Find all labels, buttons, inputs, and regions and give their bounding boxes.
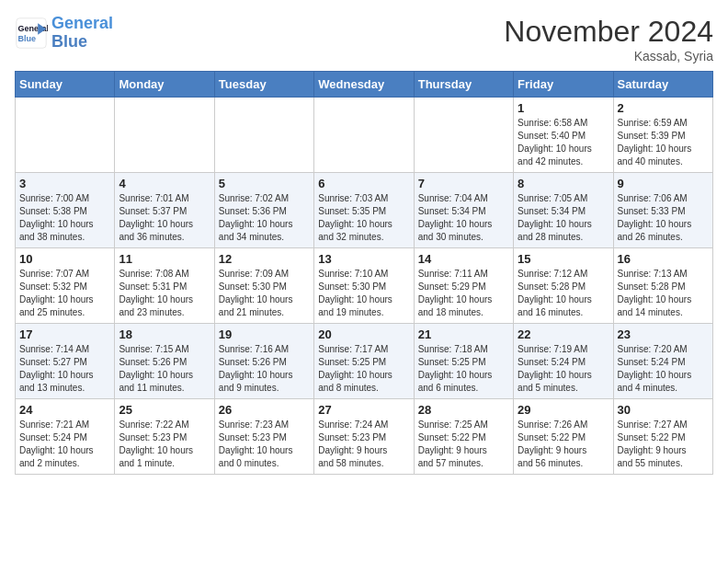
day-number: 18 bbox=[119, 327, 210, 341]
weekday-header-monday: Monday bbox=[115, 72, 214, 98]
day-info: Sunrise: 7:01 AM Sunset: 5:37 PM Dayligh… bbox=[119, 192, 210, 244]
weekday-header-saturday: Saturday bbox=[613, 72, 712, 98]
weekday-header-thursday: Thursday bbox=[414, 72, 513, 98]
day-number: 16 bbox=[618, 252, 709, 266]
day-info: Sunrise: 7:00 AM Sunset: 5:38 PM Dayligh… bbox=[19, 192, 110, 244]
day-number: 20 bbox=[318, 327, 409, 341]
day-cell: 4Sunrise: 7:01 AM Sunset: 5:37 PM Daylig… bbox=[115, 173, 214, 248]
day-number: 27 bbox=[318, 403, 409, 417]
day-info: Sunrise: 6:59 AM Sunset: 5:39 PM Dayligh… bbox=[618, 117, 709, 168]
day-info: Sunrise: 7:27 AM Sunset: 5:22 PM Dayligh… bbox=[618, 419, 709, 470]
day-info: Sunrise: 7:03 AM Sunset: 5:35 PM Dayligh… bbox=[318, 192, 409, 244]
day-info: Sunrise: 7:06 AM Sunset: 5:33 PM Dayligh… bbox=[618, 192, 709, 244]
day-number: 17 bbox=[19, 327, 110, 341]
day-number: 14 bbox=[418, 252, 509, 266]
day-info: Sunrise: 7:20 AM Sunset: 5:24 PM Dayligh… bbox=[618, 343, 709, 395]
day-cell: 22Sunrise: 7:19 AM Sunset: 5:24 PM Dayli… bbox=[514, 324, 613, 399]
day-number: 10 bbox=[19, 252, 110, 266]
day-number: 21 bbox=[418, 327, 509, 341]
day-info: Sunrise: 7:25 AM Sunset: 5:22 PM Dayligh… bbox=[418, 419, 509, 470]
day-cell bbox=[414, 98, 513, 173]
day-number: 8 bbox=[518, 177, 609, 190]
day-info: Sunrise: 7:05 AM Sunset: 5:34 PM Dayligh… bbox=[518, 192, 609, 244]
day-info: Sunrise: 7:19 AM Sunset: 5:24 PM Dayligh… bbox=[518, 343, 609, 395]
day-cell: 9Sunrise: 7:06 AM Sunset: 5:33 PM Daylig… bbox=[613, 173, 712, 248]
day-info: Sunrise: 7:07 AM Sunset: 5:32 PM Dayligh… bbox=[19, 268, 110, 319]
svg-text:Blue: Blue bbox=[18, 34, 37, 43]
day-cell: 3Sunrise: 7:00 AM Sunset: 5:38 PM Daylig… bbox=[16, 173, 115, 248]
day-info: Sunrise: 7:11 AM Sunset: 5:29 PM Dayligh… bbox=[418, 268, 509, 319]
day-cell bbox=[16, 98, 115, 173]
day-info: Sunrise: 7:02 AM Sunset: 5:36 PM Dayligh… bbox=[219, 192, 310, 244]
day-cell: 29Sunrise: 7:26 AM Sunset: 5:22 PM Dayli… bbox=[514, 399, 613, 475]
day-cell: 10Sunrise: 7:07 AM Sunset: 5:32 PM Dayli… bbox=[16, 248, 115, 324]
day-cell: 26Sunrise: 7:23 AM Sunset: 5:23 PM Dayli… bbox=[214, 399, 313, 475]
day-cell: 13Sunrise: 7:10 AM Sunset: 5:30 PM Dayli… bbox=[314, 248, 414, 324]
day-info: Sunrise: 7:17 AM Sunset: 5:25 PM Dayligh… bbox=[318, 343, 409, 395]
day-cell: 12Sunrise: 7:09 AM Sunset: 5:30 PM Dayli… bbox=[214, 248, 313, 324]
day-cell: 24Sunrise: 7:21 AM Sunset: 5:24 PM Dayli… bbox=[16, 399, 115, 475]
week-row-1: 1Sunrise: 6:58 AM Sunset: 5:40 PM Daylig… bbox=[16, 98, 713, 173]
weekday-header-row: SundayMondayTuesdayWednesdayThursdayFrid… bbox=[16, 72, 713, 98]
day-number: 25 bbox=[119, 403, 210, 417]
day-cell: 27Sunrise: 7:24 AM Sunset: 5:23 PM Dayli… bbox=[314, 399, 414, 475]
day-number: 29 bbox=[518, 403, 609, 417]
weekday-header-tuesday: Tuesday bbox=[214, 72, 313, 98]
day-info: Sunrise: 7:10 AM Sunset: 5:30 PM Dayligh… bbox=[318, 268, 409, 319]
day-number: 23 bbox=[618, 327, 709, 341]
day-number: 9 bbox=[618, 177, 709, 190]
day-cell: 23Sunrise: 7:20 AM Sunset: 5:24 PM Dayli… bbox=[613, 324, 712, 399]
day-info: Sunrise: 7:24 AM Sunset: 5:23 PM Dayligh… bbox=[318, 419, 409, 470]
day-cell bbox=[314, 98, 414, 173]
day-cell: 14Sunrise: 7:11 AM Sunset: 5:29 PM Dayli… bbox=[414, 248, 513, 324]
day-number: 28 bbox=[418, 403, 509, 417]
day-number: 26 bbox=[219, 403, 310, 417]
logo-icon: General Blue bbox=[15, 17, 48, 50]
day-number: 19 bbox=[219, 327, 310, 341]
day-info: Sunrise: 7:23 AM Sunset: 5:23 PM Dayligh… bbox=[219, 419, 310, 470]
page-header: General Blue GeneralBlue November 2024 K… bbox=[15, 15, 713, 63]
week-row-3: 10Sunrise: 7:07 AM Sunset: 5:32 PM Dayli… bbox=[16, 248, 713, 324]
location: Kassab, Syria bbox=[504, 49, 713, 63]
day-number: 1 bbox=[518, 101, 609, 115]
day-cell: 25Sunrise: 7:22 AM Sunset: 5:23 PM Dayli… bbox=[115, 399, 214, 475]
title-block: November 2024 Kassab, Syria bbox=[504, 15, 713, 63]
day-info: Sunrise: 7:26 AM Sunset: 5:22 PM Dayligh… bbox=[518, 419, 609, 470]
day-cell: 21Sunrise: 7:18 AM Sunset: 5:25 PM Dayli… bbox=[414, 324, 513, 399]
day-cell: 30Sunrise: 7:27 AM Sunset: 5:22 PM Dayli… bbox=[613, 399, 712, 475]
day-cell bbox=[115, 98, 214, 173]
day-info: Sunrise: 7:16 AM Sunset: 5:26 PM Dayligh… bbox=[219, 343, 310, 395]
day-number: 24 bbox=[19, 403, 110, 417]
day-info: Sunrise: 7:14 AM Sunset: 5:27 PM Dayligh… bbox=[19, 343, 110, 395]
weekday-header-friday: Friday bbox=[514, 72, 613, 98]
logo: General Blue GeneralBlue bbox=[15, 15, 113, 52]
week-row-4: 17Sunrise: 7:14 AM Sunset: 5:27 PM Dayli… bbox=[16, 324, 713, 399]
day-cell: 16Sunrise: 7:13 AM Sunset: 5:28 PM Dayli… bbox=[613, 248, 712, 324]
day-cell: 7Sunrise: 7:04 AM Sunset: 5:34 PM Daylig… bbox=[414, 173, 513, 248]
day-info: Sunrise: 7:04 AM Sunset: 5:34 PM Dayligh… bbox=[418, 192, 509, 244]
day-info: Sunrise: 7:21 AM Sunset: 5:24 PM Dayligh… bbox=[19, 419, 110, 470]
day-cell: 15Sunrise: 7:12 AM Sunset: 5:28 PM Dayli… bbox=[514, 248, 613, 324]
day-cell: 6Sunrise: 7:03 AM Sunset: 5:35 PM Daylig… bbox=[314, 173, 414, 248]
day-cell: 17Sunrise: 7:14 AM Sunset: 5:27 PM Dayli… bbox=[16, 324, 115, 399]
day-number: 2 bbox=[618, 101, 709, 115]
day-info: Sunrise: 7:09 AM Sunset: 5:30 PM Dayligh… bbox=[219, 268, 310, 319]
calendar-table: SundayMondayTuesdayWednesdayThursdayFrid… bbox=[15, 71, 713, 475]
week-row-2: 3Sunrise: 7:00 AM Sunset: 5:38 PM Daylig… bbox=[16, 173, 713, 248]
day-info: Sunrise: 7:08 AM Sunset: 5:31 PM Dayligh… bbox=[119, 268, 210, 319]
day-number: 11 bbox=[119, 252, 210, 266]
day-info: Sunrise: 7:22 AM Sunset: 5:23 PM Dayligh… bbox=[119, 419, 210, 470]
day-cell: 11Sunrise: 7:08 AM Sunset: 5:31 PM Dayli… bbox=[115, 248, 214, 324]
month-title: November 2024 bbox=[504, 15, 713, 49]
day-number: 7 bbox=[418, 177, 509, 190]
day-number: 3 bbox=[19, 177, 110, 190]
day-cell: 5Sunrise: 7:02 AM Sunset: 5:36 PM Daylig… bbox=[214, 173, 313, 248]
day-number: 22 bbox=[518, 327, 609, 341]
weekday-header-wednesday: Wednesday bbox=[314, 72, 414, 98]
day-info: Sunrise: 7:18 AM Sunset: 5:25 PM Dayligh… bbox=[418, 343, 509, 395]
day-number: 30 bbox=[618, 403, 709, 417]
day-cell: 20Sunrise: 7:17 AM Sunset: 5:25 PM Dayli… bbox=[314, 324, 414, 399]
day-cell: 8Sunrise: 7:05 AM Sunset: 5:34 PM Daylig… bbox=[514, 173, 613, 248]
day-cell: 28Sunrise: 7:25 AM Sunset: 5:22 PM Dayli… bbox=[414, 399, 513, 475]
day-number: 4 bbox=[119, 177, 210, 190]
